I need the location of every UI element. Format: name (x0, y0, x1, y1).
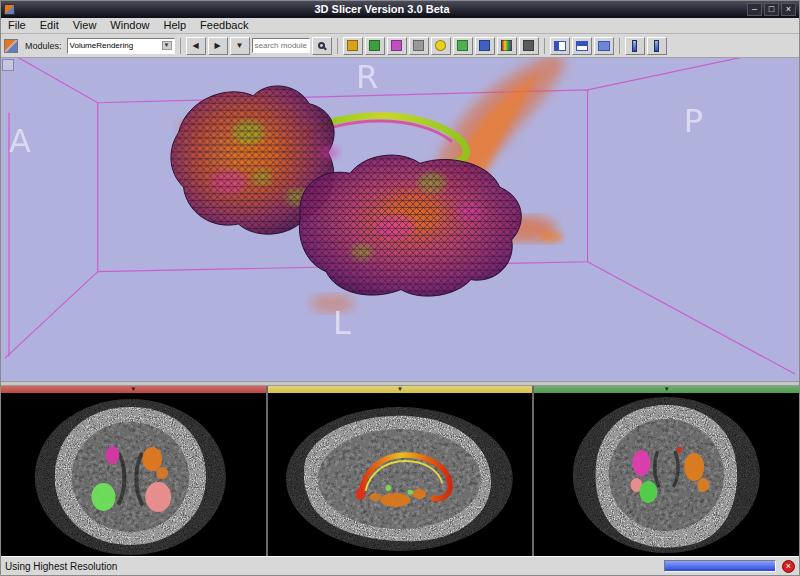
maximize-button[interactable]: □ (764, 3, 779, 16)
coronal-slice-image[interactable] (534, 393, 799, 556)
measurements-module-icon (479, 40, 490, 51)
transforms-module-icon (413, 40, 424, 51)
yellow-slice-menu-icon[interactable]: ▼ (397, 386, 403, 393)
window-title: 3D Slicer Version 3.0 Beta (19, 1, 745, 18)
models-module-icon (391, 40, 402, 51)
minimize-button[interactable]: – (747, 3, 762, 16)
cancel-button[interactable]: × (782, 560, 795, 573)
red-slice-bar[interactable]: ▼ (1, 386, 266, 393)
toolbar-separator (337, 38, 338, 54)
sagittal-slice-image[interactable] (268, 393, 533, 556)
back-icon: ◀ (192, 42, 198, 50)
titlebar[interactable]: 3D Slicer Version 3.0 Beta – □ × (1, 1, 799, 18)
3d-rendering-canvas[interactable] (1, 58, 799, 381)
statusbar: Using Highest Resolution × (1, 556, 799, 575)
layout-3d-only-icon (598, 41, 610, 51)
green-slice-menu-icon[interactable]: ▼ (664, 386, 670, 393)
view-spin-button[interactable] (625, 37, 645, 55)
menu-file[interactable]: File (1, 18, 33, 33)
rock-view-icon (654, 40, 659, 52)
search-icon (318, 42, 325, 49)
menu-edit[interactable]: Edit (33, 18, 66, 33)
yellow-slice-view[interactable]: ▼ (268, 386, 533, 556)
app-logo-icon (4, 4, 15, 15)
module-search-button[interactable] (312, 37, 332, 55)
layout-fourup-button[interactable] (572, 37, 592, 55)
green-slice-bar[interactable]: ▼ (534, 386, 799, 393)
3d-view[interactable]: R A P L (1, 58, 799, 381)
module-search-input[interactable] (252, 38, 310, 53)
module-back-button[interactable]: ◀ (186, 37, 206, 55)
layout-fourup-icon (576, 41, 588, 51)
volumes-module-button[interactable] (365, 37, 385, 55)
colors-module-icon (501, 40, 512, 51)
fiducials-module-button[interactable] (431, 37, 451, 55)
module-selector[interactable]: VolumeRendering ▼ (67, 38, 175, 54)
slicer-logo-icon (4, 39, 18, 53)
progress-fill (665, 561, 775, 571)
layout-conventional-icon (554, 41, 566, 51)
menu-window[interactable]: Window (103, 18, 156, 33)
models-module-button[interactable] (387, 37, 407, 55)
module-selector-value: VolumeRendering (70, 41, 134, 50)
menu-help[interactable]: Help (156, 18, 193, 33)
fiducials-module-icon (435, 40, 446, 51)
module-forward-button[interactable]: ▶ (208, 37, 228, 55)
view-rock-button[interactable] (647, 37, 667, 55)
history-dropdown-icon: ▼ (236, 42, 244, 50)
view-controller-pin-button[interactable] (2, 59, 14, 71)
toolbar-separator (180, 38, 181, 54)
module-history-button[interactable]: ▼ (230, 37, 250, 55)
colors-module-button[interactable] (497, 37, 517, 55)
progress-bar (664, 560, 776, 572)
slice-views-row: ▼ (1, 386, 799, 556)
toolbar-separator (544, 38, 545, 54)
red-slice-menu-icon[interactable]: ▼ (130, 386, 136, 393)
menu-view[interactable]: View (66, 18, 104, 33)
measurements-module-button[interactable] (475, 37, 495, 55)
yellow-slice-bar[interactable]: ▼ (268, 386, 533, 393)
status-message: Using Highest Resolution (5, 561, 658, 572)
editor-module-button[interactable] (453, 37, 473, 55)
toolbar-separator (619, 38, 620, 54)
slicer-window: 3D Slicer Version 3.0 Beta – □ × File Ed… (0, 0, 800, 576)
green-slice-view[interactable]: ▼ (534, 386, 799, 556)
close-button[interactable]: × (781, 3, 796, 16)
spin-view-icon (632, 40, 637, 52)
transforms-module-button[interactable] (409, 37, 429, 55)
toolbar: Modules: VolumeRendering ▼ ◀ ▶ ▼ (1, 34, 799, 58)
data-module-icon (347, 40, 358, 51)
axial-slice-image[interactable] (1, 393, 266, 556)
volumes-module-icon (369, 40, 380, 51)
camera-icon (523, 40, 534, 51)
cancel-x-icon: × (786, 561, 791, 571)
forward-icon: ▶ (214, 42, 220, 50)
modules-label: Modules: (25, 41, 62, 51)
layout-conventional-button[interactable] (550, 37, 570, 55)
menubar: File Edit View Window Help Feedback (1, 18, 799, 34)
layout-3d-only-button[interactable] (594, 37, 614, 55)
editor-module-icon (457, 40, 468, 51)
screenshot-button[interactable] (519, 37, 539, 55)
data-module-button[interactable] (343, 37, 363, 55)
combo-dropdown-icon[interactable]: ▼ (162, 41, 172, 50)
red-slice-view[interactable]: ▼ (1, 386, 266, 556)
menu-feedback[interactable]: Feedback (193, 18, 255, 33)
